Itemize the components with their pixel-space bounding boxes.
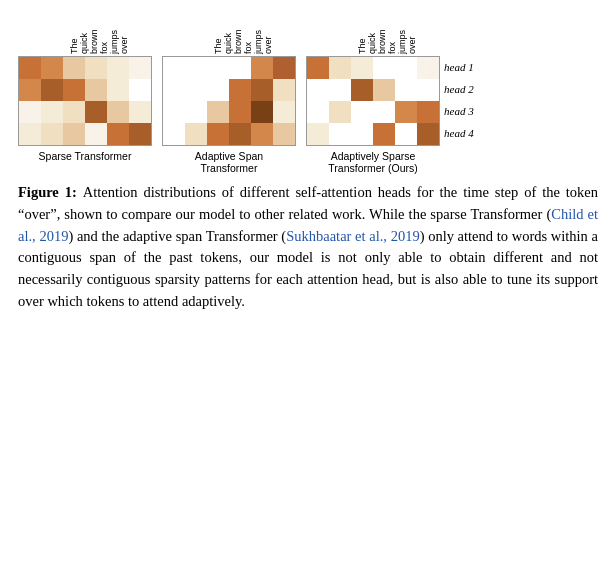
matrix-cell [307, 79, 329, 101]
matrix-cell [129, 57, 151, 79]
word-label: fox [387, 10, 397, 54]
matrix-cell [329, 101, 351, 123]
word-label: quick [223, 10, 233, 54]
matrix-cell [373, 101, 395, 123]
matrix-cell [85, 57, 107, 79]
matrix-adaptively-sparse-transformer [306, 56, 440, 146]
matrix-cell [185, 57, 207, 79]
matrix-cell [373, 123, 395, 145]
matrix-cell [129, 123, 151, 145]
matrix-cell [417, 101, 439, 123]
matrix-cell [307, 123, 329, 145]
word-labels-sparse-transformer: Thequickbrownfoxjumpsover [41, 10, 129, 54]
matrix-cell [251, 57, 273, 79]
matrix-cell [185, 101, 207, 123]
head-labels-section: head 1head 2head 3head 4 [444, 56, 474, 144]
matrix-cell [129, 101, 151, 123]
word-label: quick [367, 10, 377, 54]
matrix-cell [107, 123, 129, 145]
transformer-title-sparse-transformer: Sparse Transformer [39, 150, 132, 162]
transformer-block-adaptive-span-transformer: ThequickbrownfoxjumpsoverAdaptive Span T… [162, 10, 296, 174]
matrix-cell [41, 123, 63, 145]
matrix-cell [351, 57, 373, 79]
word-label: jumps [109, 10, 119, 54]
matrix-cell [395, 123, 417, 145]
matrix-cell [273, 79, 295, 101]
matrix-cell [251, 123, 273, 145]
word-label: The [357, 10, 367, 54]
figure-caption: Figure 1: Attention distributions of dif… [18, 182, 598, 313]
matrix-cell [41, 57, 63, 79]
matrix-cell [351, 79, 373, 101]
figure-section: ThequickbrownfoxjumpsoverSparse Transfor… [18, 10, 598, 313]
matrix-cell [85, 101, 107, 123]
matrix-cell [417, 57, 439, 79]
matrix-adaptive-span-transformer [162, 56, 296, 146]
matrix-cell [229, 57, 251, 79]
word-labels-adaptive-span-transformer: Thequickbrownfoxjumpsover [185, 10, 273, 54]
matrix-cell [207, 79, 229, 101]
matrix-cell [41, 79, 63, 101]
transformer-block-adaptively-sparse-transformer: ThequickbrownfoxjumpsoverAdaptively Spar… [306, 10, 440, 174]
matrix-cell [85, 79, 107, 101]
matrix-cell [63, 123, 85, 145]
matrix-cell [329, 123, 351, 145]
matrix-cell [207, 123, 229, 145]
word-label: The [69, 10, 79, 54]
head-label: head 3 [444, 100, 474, 122]
matrix-cell [307, 101, 329, 123]
matrix-cell [185, 79, 207, 101]
word-label: brown [233, 10, 243, 54]
head-label: head 4 [444, 122, 474, 144]
matrix-cell [329, 57, 351, 79]
matrix-cell [417, 79, 439, 101]
matrix-cell [373, 57, 395, 79]
word-label: quick [79, 10, 89, 54]
word-label: The [213, 10, 223, 54]
matrix-grid-adaptive-span-transformer [163, 57, 295, 145]
matrix-cell [395, 57, 417, 79]
matrix-cell [41, 101, 63, 123]
matrix-cell [163, 123, 185, 145]
matrix-cell [19, 123, 41, 145]
matrix-cell [107, 101, 129, 123]
matrix-cell [129, 79, 151, 101]
matrix-cell [163, 101, 185, 123]
transformer-title-adaptively-sparse-transformer: Adaptively Sparse Transformer (Ours) [328, 150, 417, 174]
matrix-cell [351, 101, 373, 123]
matrix-cell [395, 101, 417, 123]
head-label: head 1 [444, 56, 474, 78]
matrix-cell [251, 101, 273, 123]
word-label: brown [89, 10, 99, 54]
word-label: jumps [253, 10, 263, 54]
word-label: over [263, 10, 273, 54]
matrix-cell [229, 123, 251, 145]
matrix-cell [63, 57, 85, 79]
matrix-cell [19, 101, 41, 123]
transformer-block-sparse-transformer: ThequickbrownfoxjumpsoverSparse Transfor… [18, 10, 152, 162]
matrix-cell [251, 79, 273, 101]
matrix-cell [107, 57, 129, 79]
matrix-cell [229, 79, 251, 101]
matrix-grid-adaptively-sparse-transformer [307, 57, 439, 145]
citation-link-2[interactable]: Sukhbaatar et al., 2019 [286, 228, 419, 244]
word-label: over [119, 10, 129, 54]
word-labels-adaptively-sparse-transformer: Thequickbrownfoxjumpsover [329, 10, 417, 54]
word-label: fox [243, 10, 253, 54]
word-label: jumps [397, 10, 407, 54]
matrix-cell [63, 79, 85, 101]
word-label: brown [377, 10, 387, 54]
matrix-cell [229, 101, 251, 123]
matrix-cell [163, 57, 185, 79]
matrix-cell [273, 57, 295, 79]
matrix-cell [351, 123, 373, 145]
word-label: over [407, 10, 417, 54]
matrix-cell [163, 79, 185, 101]
matrix-cell [19, 79, 41, 101]
matrix-cell [329, 79, 351, 101]
matrix-cell [107, 79, 129, 101]
visuals-and-labels: ThequickbrownfoxjumpsoverSparse Transfor… [18, 10, 474, 174]
transformer-title-adaptive-span-transformer: Adaptive Span Transformer [195, 150, 263, 174]
matrix-cell [373, 79, 395, 101]
matrix-cell [395, 79, 417, 101]
